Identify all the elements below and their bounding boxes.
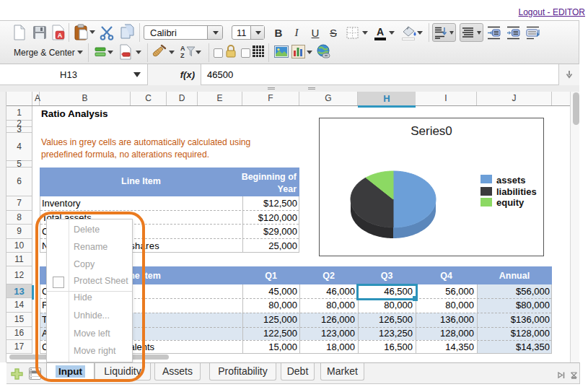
svg-text:Z: Z [180,52,185,59]
svg-text:A: A [58,32,63,39]
svg-text:A: A [180,45,185,52]
